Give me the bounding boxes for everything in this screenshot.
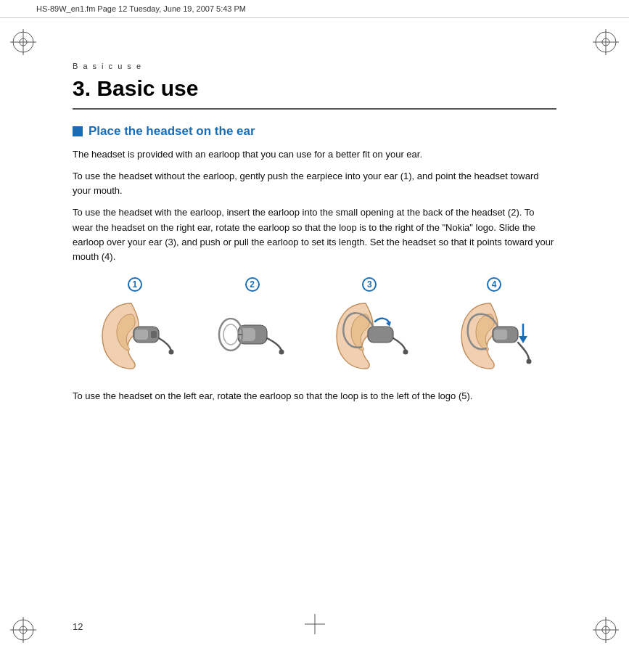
step-3-illustration xyxy=(326,296,413,376)
corner-mark-tl xyxy=(10,29,36,55)
svg-marker-32 xyxy=(519,336,527,343)
step-1-badge: 1 xyxy=(128,277,142,292)
content-area: Place the headset on the ear The headset… xyxy=(73,124,556,403)
paragraph-3: To use the headset with the earloop, ins… xyxy=(73,205,556,264)
paragraph-4: To use the headset on the left ear, rota… xyxy=(73,389,556,403)
header-text: HS-89W_en1.fm Page 12 Tuesday, June 19, … xyxy=(36,4,246,13)
step-2-illustration xyxy=(216,296,289,376)
illustration-container: 1 2 xyxy=(73,277,556,376)
svg-point-19 xyxy=(168,349,173,354)
step-4-item: 4 xyxy=(451,277,538,376)
svg-rect-30 xyxy=(494,329,507,340)
step-4-illustration xyxy=(451,296,538,376)
subsection-title-text: Place the headset on the ear xyxy=(89,124,255,139)
page: HS-89W_en1.fm Page 12 Tuesday, June 19, … xyxy=(0,0,629,672)
corner-mark-br xyxy=(593,617,619,643)
step-1-item: 1 xyxy=(91,277,178,376)
page-number: 12 xyxy=(73,621,83,632)
step-2-item: 2 xyxy=(216,277,289,376)
subsection-title-container: Place the headset on the ear xyxy=(73,124,556,139)
svg-rect-18 xyxy=(151,331,157,338)
chapter-title: Basic use xyxy=(96,76,198,100)
step-2-badge: 2 xyxy=(245,277,260,292)
paragraph-1: The headset is provided with an earloop … xyxy=(73,147,556,162)
svg-rect-17 xyxy=(135,329,148,340)
step-4-badge: 4 xyxy=(487,277,501,292)
svg-rect-26 xyxy=(368,327,393,343)
step-3-badge: 3 xyxy=(362,277,377,292)
svg-point-25 xyxy=(279,349,284,354)
paragraph-2: To use the headset without the earloop, … xyxy=(73,169,556,198)
step-1-illustration xyxy=(91,296,178,376)
corner-mark-bl xyxy=(10,617,36,643)
step-3-item: 3 xyxy=(326,277,413,376)
chapter-number: 3. xyxy=(73,76,91,100)
section-label: B a s i c u s e xyxy=(73,62,629,70)
top-bar: HS-89W_en1.fm Page 12 Tuesday, June 19, … xyxy=(0,0,629,18)
svg-point-33 xyxy=(527,358,532,364)
blue-square-icon xyxy=(73,126,83,136)
svg-marker-27 xyxy=(386,321,391,327)
svg-point-23 xyxy=(223,324,238,345)
svg-point-28 xyxy=(403,349,408,354)
chapter-heading: 3. Basic use xyxy=(73,76,556,110)
bottom-center-mark xyxy=(305,614,325,637)
corner-mark-tr xyxy=(593,29,619,55)
